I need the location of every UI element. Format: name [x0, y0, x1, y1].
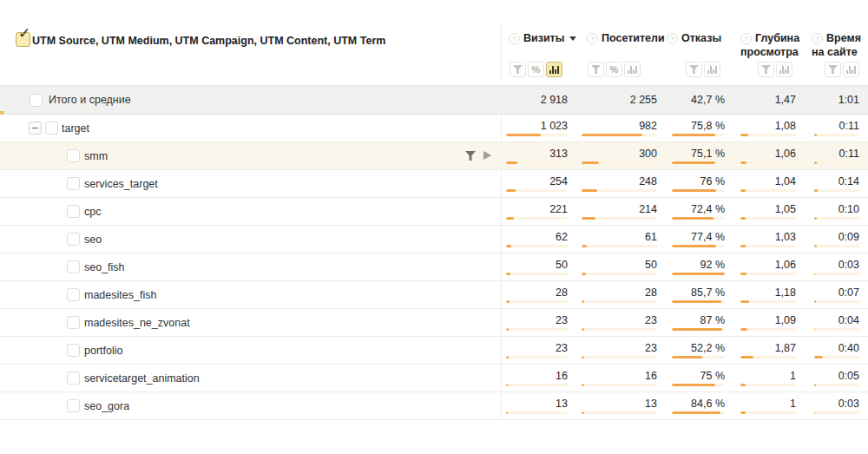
depth-value: 1,08 [740, 120, 796, 132]
time-bar-track [814, 217, 859, 220]
row-dimension-cell: seo_gora [0, 392, 502, 419]
row-drilldown-icon[interactable] [483, 151, 491, 160]
row-label: portfolio [84, 345, 122, 357]
column-header-visits[interactable]: ?Визиты [509, 31, 578, 45]
table-row[interactable]: seo_gora 13 13 84,6 % [0, 392, 868, 420]
visitors-bar [582, 134, 642, 136]
visitors-bar-track [582, 217, 657, 220]
time-value: 0:11 [814, 120, 859, 132]
chart-button[interactable] [546, 62, 562, 77]
row-checkbox[interactable] [67, 316, 80, 329]
chart-button[interactable] [624, 62, 641, 77]
table-row[interactable]: portfolio 23 23 52,2 % [0, 337, 868, 365]
visitors-bar [582, 384, 584, 386]
minus-icon [32, 128, 38, 128]
depth-value: 1,06 [740, 259, 796, 271]
filter-button[interactable] [686, 62, 702, 77]
row-checkbox[interactable] [67, 399, 80, 412]
filter-button[interactable] [825, 62, 841, 77]
row-checkbox[interactable] [67, 260, 80, 273]
chart-button[interactable] [776, 62, 792, 77]
bar-chart-icon [707, 65, 717, 74]
visitors-bar [582, 245, 587, 247]
table-row[interactable]: target 1 023 982 75,8 % [0, 115, 868, 142]
visits-bar [506, 134, 541, 136]
time-bar [814, 245, 817, 247]
time-value: 0:03 [814, 259, 859, 271]
depth-bar-track [740, 217, 796, 220]
help-icon[interactable]: ? [509, 33, 520, 44]
depth-bar [740, 273, 746, 275]
visitors-value: 50 [582, 259, 657, 271]
row-checkbox[interactable] [67, 205, 80, 218]
table-row[interactable]: smm 313 300 75,1 % [0, 142, 868, 170]
row-metrics: 13 13 84,6 % 1 0:03 [506, 392, 859, 419]
depth-bar-track [740, 384, 796, 386]
select-all-checkbox[interactable]: ✓ [16, 32, 30, 47]
depth-value: 1 [740, 370, 796, 382]
table-row[interactable]: madesites_fish 28 28 85,7 % [0, 281, 868, 309]
chart-button[interactable] [843, 62, 859, 77]
column-header-bounce[interactable]: ?Отказы [667, 31, 727, 45]
table-row[interactable]: services_target 254 248 76 % [0, 170, 868, 198]
row-checkbox[interactable] [67, 372, 80, 385]
table-row[interactable]: seo 62 61 77,4 % [0, 226, 868, 253]
visits-value: 23 [506, 314, 568, 326]
row-checkbox[interactable] [30, 94, 43, 107]
table-row[interactable]: servicetarget_animation 16 16 75 % [0, 365, 868, 392]
table-row[interactable]: madesites_ne_zvonat 23 23 87 % [0, 309, 868, 337]
help-icon[interactable]: ? [740, 33, 752, 44]
bounce-value: 75,8 % [672, 120, 725, 132]
totals-label: Итого и средние [49, 94, 131, 106]
percent-button[interactable]: % [606, 62, 622, 77]
row-label: madesites_fish [84, 289, 156, 301]
visits-bar [506, 300, 510, 303]
visitors-value: 28 [582, 286, 657, 299]
row-checkbox[interactable] [67, 233, 80, 246]
column-header-depth[interactable]: ?Глубина просмотра [740, 31, 803, 59]
depth-bar-track [740, 273, 796, 275]
row-label: servicetarget_animation [84, 372, 200, 385]
collapse-button[interactable] [29, 122, 42, 135]
depth-value: 1,03 [740, 231, 796, 243]
visits-bar [506, 217, 514, 220]
filter-button[interactable] [510, 62, 526, 77]
row-checkbox[interactable] [67, 149, 80, 162]
bounce-value: 52,2 % [672, 342, 725, 354]
chart-button[interactable] [704, 62, 720, 77]
row-filter-icon[interactable] [465, 151, 476, 161]
filter-button[interactable] [758, 62, 774, 77]
time-value: 0:11 [814, 148, 859, 160]
time-value: 0:07 [814, 286, 859, 299]
row-label: services_target [84, 178, 158, 190]
bounce-value: 75,1 % [672, 148, 725, 160]
row-dimension-cell: servicetarget_animation [0, 365, 502, 391]
bounce-value: 77,4 % [672, 231, 725, 243]
funnel-icon [761, 65, 771, 74]
column-header-visitors[interactable]: ?Посетители [587, 31, 665, 45]
visitors-bar [582, 328, 584, 331]
row-checkbox[interactable] [67, 177, 80, 190]
visits-bar-track [506, 245, 568, 247]
visits-toolbar: % [510, 62, 562, 77]
help-icon[interactable]: ? [587, 33, 598, 44]
visits-bar [506, 189, 516, 192]
table-row[interactable]: seo_fish 50 50 92 % [0, 253, 868, 281]
depth-value: 1,05 [740, 203, 796, 215]
depth-value: 1,18 [740, 286, 796, 299]
bounce-value: 84,6 % [672, 398, 725, 410]
help-icon[interactable]: ? [812, 33, 823, 44]
table-row[interactable]: cpc 221 214 72,4 % [0, 198, 868, 226]
depth-bar-track [740, 134, 796, 136]
row-checkbox[interactable] [67, 344, 80, 357]
column-header-time[interactable]: ?Время на сайте [812, 31, 864, 59]
bounce-bar [672, 328, 722, 331]
visits-bar [506, 411, 508, 414]
time-bar [814, 273, 815, 275]
help-icon[interactable]: ? [667, 33, 678, 44]
row-checkbox[interactable] [45, 122, 58, 135]
row-checkbox[interactable] [67, 288, 80, 301]
depth-value: 1 [740, 398, 796, 410]
percent-button[interactable]: % [528, 62, 544, 77]
filter-button[interactable] [588, 62, 604, 77]
